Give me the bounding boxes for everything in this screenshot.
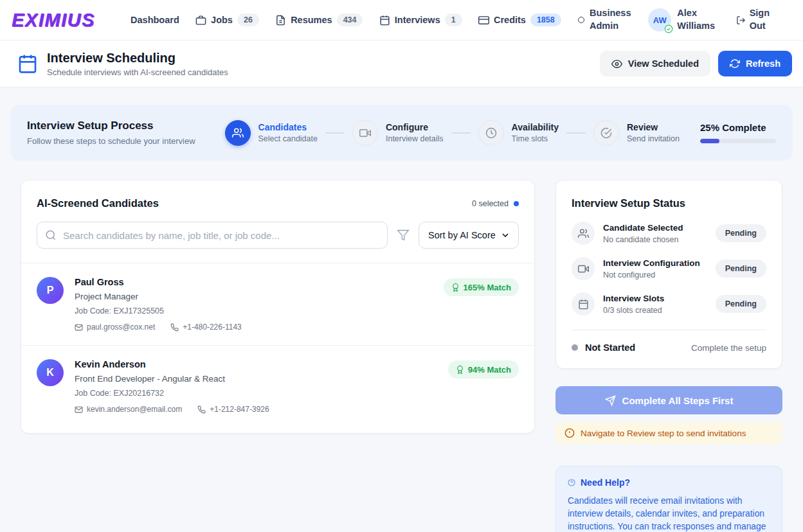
candidate-avatar: P bbox=[37, 277, 64, 304]
match-score-badge: 94% Match bbox=[448, 360, 519, 378]
video-icon bbox=[359, 127, 371, 139]
candidate-job-title: Project Manager bbox=[75, 292, 433, 301]
page-title: Interview Scheduling bbox=[47, 51, 228, 66]
sign-out-button[interactable]: Sign Out bbox=[736, 7, 775, 32]
candidates-panel-title: AI-Screened Candidates bbox=[37, 197, 159, 209]
complete-all-steps-button[interactable]: Complete All Steps First bbox=[555, 386, 782, 414]
status-badge: Pending bbox=[716, 295, 766, 313]
step-connector bbox=[566, 132, 586, 134]
phone-icon bbox=[170, 323, 179, 332]
overall-status: Not Started bbox=[585, 342, 635, 353]
candidate-name: Kevin Anderson bbox=[75, 359, 437, 369]
candidate-job-code: Job Code: EXJ17325505 bbox=[75, 306, 433, 315]
candidate-email: kevin.anderson@email.com bbox=[75, 405, 182, 414]
not-started-dot bbox=[572, 344, 578, 351]
briefcase-icon bbox=[195, 15, 206, 26]
candidate-phone: +1-212-847-3926 bbox=[197, 405, 269, 414]
process-title: Interview Setup Process bbox=[27, 120, 195, 132]
mail-icon bbox=[75, 405, 83, 414]
status-panel-title: Interview Setup Status bbox=[572, 197, 766, 209]
need-help-panel: Need Help? Candidates will receive email… bbox=[555, 466, 782, 532]
credit-card-icon bbox=[478, 15, 489, 26]
chevron-down-icon bbox=[500, 230, 510, 240]
interviews-count-badge: 1 bbox=[445, 13, 462, 26]
setup-progress: 25% Complete bbox=[700, 122, 776, 143]
video-icon bbox=[578, 263, 589, 274]
candidate-row-kevin-anderson[interactable]: K Kevin Anderson Front End Developer - A… bbox=[21, 345, 534, 433]
candidate-job-title: Front End Developer - Angular & React bbox=[75, 374, 437, 384]
filter-icon[interactable] bbox=[397, 229, 410, 242]
calendar-header-icon bbox=[17, 53, 38, 74]
top-navigation: EXIMIUS Dashboard Jobs 26 Resumes 434 In… bbox=[0, 0, 803, 40]
calendar-icon bbox=[578, 299, 589, 310]
calendar-icon bbox=[379, 15, 390, 26]
eye-icon bbox=[611, 58, 622, 69]
help-circle-icon bbox=[568, 479, 575, 486]
divider bbox=[572, 330, 766, 330]
users-icon bbox=[578, 228, 589, 239]
step-connector bbox=[325, 132, 345, 134]
nav-jobs[interactable]: Jobs 26 bbox=[195, 13, 259, 26]
candidate-phone: +1-480-226-1143 bbox=[170, 323, 242, 332]
interview-setup-status-panel: Interview Setup Status Candidate Selecte… bbox=[555, 180, 782, 369]
search-input[interactable] bbox=[37, 222, 388, 249]
status-hint: Complete the setup bbox=[691, 343, 766, 353]
nav-credits[interactable]: Credits 1858 bbox=[478, 13, 561, 26]
send-icon bbox=[605, 395, 616, 406]
candidate-job-code: Job Code: EXJ20216732 bbox=[75, 389, 437, 398]
search-icon bbox=[45, 229, 57, 241]
check-circle-icon bbox=[600, 127, 612, 139]
review-step-warning: Navigate to Review step to send invitati… bbox=[555, 422, 782, 444]
candidate-row-paul-gross[interactable]: P Paul Gross Project Manager Job Code: E… bbox=[21, 263, 534, 345]
nav-resumes[interactable]: Resumes 434 bbox=[275, 13, 363, 26]
mail-icon bbox=[75, 323, 83, 332]
resumes-count-badge: 434 bbox=[337, 13, 363, 26]
circle-icon bbox=[577, 16, 585, 24]
alert-circle-icon bbox=[564, 428, 575, 438]
nav-business-admin[interactable]: Business Admin bbox=[577, 7, 632, 32]
progress-fill bbox=[700, 139, 719, 143]
page-header: Interview Scheduling Schedule interviews… bbox=[0, 40, 803, 87]
help-body: Candidates will receive email invitation… bbox=[568, 495, 770, 532]
nav-interviews[interactable]: Interviews 1 bbox=[379, 13, 462, 26]
status-badge: Pending bbox=[716, 260, 766, 278]
step-configure[interactable]: Configure Interview details bbox=[352, 120, 444, 146]
status-interview-slots: Interview Slots 0/3 slots created Pendin… bbox=[572, 292, 766, 315]
refresh-icon bbox=[730, 58, 740, 69]
status-interview-configuration: Interview Configuration Not configured P… bbox=[572, 257, 766, 280]
candidate-name: Paul Gross bbox=[75, 277, 433, 287]
help-title: Need Help? bbox=[581, 477, 630, 488]
sort-select[interactable]: Sort by AI Score bbox=[419, 222, 519, 249]
view-scheduled-button[interactable]: View Scheduled bbox=[600, 51, 710, 76]
match-score-badge: 165% Match bbox=[444, 278, 519, 296]
user-name: Alex Williams bbox=[677, 7, 719, 32]
selected-count: 0 selected bbox=[472, 199, 519, 208]
page-subtitle: Schedule interviews with AI-screened can… bbox=[47, 67, 228, 77]
candidate-avatar: K bbox=[37, 359, 64, 386]
step-candidates[interactable]: Candidates Select candidate bbox=[225, 120, 318, 146]
selected-indicator-dot bbox=[514, 201, 519, 206]
process-subtitle: Follow these steps to schedule your inte… bbox=[27, 136, 195, 146]
award-icon bbox=[456, 366, 464, 374]
user-menu[interactable]: AW Alex Williams bbox=[648, 7, 719, 32]
logout-icon bbox=[736, 15, 746, 25]
avatar: AW bbox=[648, 8, 671, 31]
document-icon bbox=[275, 15, 286, 26]
status-candidate-selected: Candidate Selected No candidate chosen P… bbox=[572, 222, 766, 245]
users-icon bbox=[232, 127, 244, 139]
refresh-button[interactable]: Refresh bbox=[718, 51, 792, 76]
credits-count-badge: 1858 bbox=[530, 13, 561, 26]
step-review[interactable]: Review Send invitation bbox=[593, 120, 680, 146]
nav-dashboard[interactable]: Dashboard bbox=[131, 15, 179, 25]
brand-logo[interactable]: EXIMIUS bbox=[12, 10, 95, 31]
step-connector bbox=[451, 132, 471, 134]
candidate-email: paul.gross@cox.net bbox=[75, 323, 155, 332]
step-availability[interactable]: Availability Time slots bbox=[478, 120, 559, 146]
jobs-count-badge: 26 bbox=[237, 13, 259, 26]
verified-check-icon bbox=[664, 24, 673, 33]
ai-screened-candidates-panel: AI-Screened Candidates 0 selected Sort b… bbox=[21, 180, 535, 434]
interview-setup-process: Interview Setup Process Follow these ste… bbox=[10, 105, 793, 161]
award-icon bbox=[451, 283, 460, 292]
main-nav: Dashboard Jobs 26 Resumes 434 Interviews… bbox=[114, 7, 791, 32]
clock-icon bbox=[485, 127, 497, 139]
